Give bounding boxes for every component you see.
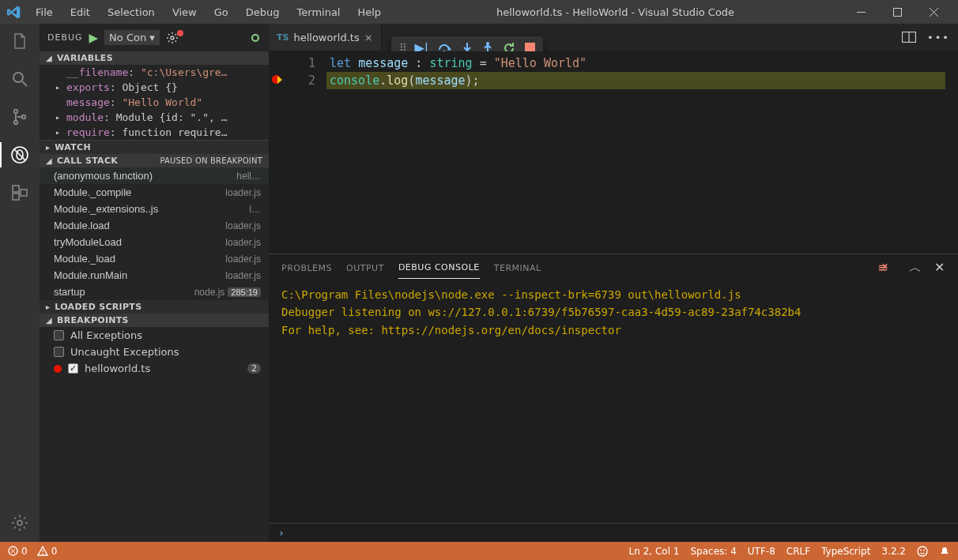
svg-point-8	[22, 115, 25, 118]
typescript-file-icon: TS	[277, 32, 289, 43]
variable-row[interactable]: ▸module: Module {id: ".", …	[40, 110, 269, 125]
stack-frame[interactable]: Module._loadloader.js	[40, 250, 269, 267]
stack-frame[interactable]: Module.runMainloader.js	[40, 267, 269, 284]
settings-gear-icon[interactable]	[9, 512, 31, 534]
status-language[interactable]: TypeScript	[821, 546, 870, 557]
menu-edit[interactable]: Edit	[63, 3, 97, 21]
breakpoint-current-icon[interactable]	[272, 75, 281, 84]
section-variables-header[interactable]: ◢ VARIABLES	[40, 51, 269, 65]
variable-row[interactable]: ▸exports: Object {}	[40, 80, 269, 95]
stack-frame[interactable]: Module.loadloader.js	[40, 217, 269, 234]
tab-problems[interactable]: PROBLEMS	[281, 263, 332, 279]
section-breakpoints-body: All Exceptions Uncaught Exceptions ✓hell…	[40, 327, 269, 377]
checkbox[interactable]	[54, 347, 64, 357]
variable-row[interactable]: ▸require: function require…	[40, 125, 269, 140]
code-editor[interactable]: 1 2 let message : string = "Hello World"…	[269, 51, 958, 254]
tab-output[interactable]: OUTPUT	[346, 263, 384, 279]
status-eol[interactable]: CRLF	[786, 546, 810, 557]
section-breakpoints-header[interactable]: ◢ BREAKPOINTS	[40, 314, 269, 327]
svg-point-30	[918, 547, 927, 556]
menu-selection[interactable]: Selection	[100, 3, 162, 21]
svg-point-32	[923, 549, 925, 551]
menu-file[interactable]: File	[28, 3, 60, 21]
panel: PROBLEMS OUTPUT DEBUG CONSOLE TERMINAL ≡…	[269, 254, 958, 542]
debug-console-input[interactable]: ›	[269, 523, 958, 542]
breakpoint-row[interactable]: ✓helloworld.ts2	[40, 360, 269, 377]
debug-sidebar: DEBUG ▶ No Con ▾ ◢ VARIABLES __filename:…	[40, 24, 269, 542]
stack-frame[interactable]: (anonymous function)hell…	[40, 167, 269, 184]
expand-icon[interactable]: ▸	[54, 83, 62, 92]
feedback-icon[interactable]	[917, 546, 928, 557]
notifications-icon[interactable]	[939, 546, 950, 557]
breakpoint-row[interactable]: Uncaught Exceptions	[40, 344, 269, 360]
menu-help[interactable]: Help	[350, 3, 388, 21]
stack-frame[interactable]: Module._compileloader.js	[40, 184, 269, 201]
variable-row[interactable]: __filename: "c:\Users\gre…	[40, 65, 269, 80]
svg-rect-13	[13, 194, 19, 200]
panel-close-icon[interactable]: ✕	[934, 260, 945, 276]
section-variables-label: VARIABLES	[57, 53, 113, 63]
stack-frame[interactable]: tryModuleLoadloader.js	[40, 234, 269, 250]
tab-label: helloworld.ts	[293, 32, 359, 43]
maximize-button[interactable]	[879, 0, 915, 24]
expand-icon[interactable]: ▸	[54, 128, 62, 137]
tab-helloworld[interactable]: TS helloworld.ts ×	[269, 24, 382, 51]
debug-config-select[interactable]: No Con ▾	[104, 30, 160, 45]
section-watch-header[interactable]: ▸ WATCH	[40, 140, 269, 154]
editor-group: TS helloworld.ts × ••• ⠿ ▶|	[269, 24, 958, 542]
clear-console-icon[interactable]: ≡✕	[877, 260, 896, 276]
debug-console-toggle-icon[interactable]	[251, 34, 259, 42]
status-indent[interactable]: Spaces: 4	[690, 546, 736, 557]
window-title: helloworld.ts - HelloWorld - Visual Stud…	[391, 6, 839, 18]
close-button[interactable]	[915, 0, 952, 24]
split-editor-icon[interactable]	[902, 32, 916, 43]
debug-console-output[interactable]: C:\Program Files\nodejs\node.exe --inspe…	[269, 281, 958, 523]
extensions-icon[interactable]	[9, 182, 31, 204]
section-callstack-header[interactable]: ◢ CALL STACK PAUSED ON BREAKPOINT	[40, 154, 269, 167]
minimap[interactable]	[945, 51, 958, 254]
more-actions-icon[interactable]: •••	[927, 32, 950, 43]
menu-terminal[interactable]: Terminal	[290, 3, 348, 21]
start-debug-button[interactable]: ▶	[89, 31, 99, 45]
tab-debug-console[interactable]: DEBUG CONSOLE	[398, 262, 480, 279]
config-error-dot-icon	[177, 30, 183, 36]
code-content[interactable]: let message : string = "Hello World" con…	[326, 51, 945, 254]
menu-view[interactable]: View	[165, 3, 204, 21]
svg-point-4	[13, 73, 23, 82]
activity-bar	[0, 24, 40, 542]
menu-debug[interactable]: Debug	[239, 3, 287, 21]
menu-go[interactable]: Go	[207, 3, 236, 21]
section-loaded-scripts-header[interactable]: ▸ LOADED SCRIPTS	[40, 300, 269, 314]
status-errors[interactable]: 0	[8, 546, 28, 557]
section-breakpoints-label: BREAKPOINTS	[57, 315, 129, 325]
status-warnings[interactable]: 0	[37, 546, 58, 557]
breakpoint-dot-icon	[54, 365, 62, 373]
status-line-col[interactable]: Ln 2, Col 1	[629, 546, 680, 557]
chevron-down-icon: ◢	[46, 316, 52, 325]
expand-icon[interactable]: ▸	[54, 113, 62, 122]
debug-icon[interactable]	[9, 144, 31, 166]
source-control-icon[interactable]	[9, 106, 31, 128]
close-tab-icon[interactable]: ×	[364, 32, 373, 43]
debug-settings-button[interactable]	[166, 32, 179, 44]
titlebar: File Edit Selection View Go Debug Termin…	[0, 0, 958, 24]
tab-terminal[interactable]: TERMINAL	[494, 263, 541, 279]
checkbox[interactable]: ✓	[68, 363, 78, 374]
svg-point-7	[14, 121, 17, 124]
explorer-icon[interactable]	[9, 30, 31, 52]
stack-frame[interactable]: startupnode.js285:19	[40, 284, 269, 300]
variable-row[interactable]: message: "Hello World"	[40, 95, 269, 110]
svg-line-10	[14, 149, 25, 160]
search-icon[interactable]	[9, 68, 31, 90]
workbench: DEBUG ▶ No Con ▾ ◢ VARIABLES __filename:…	[0, 24, 958, 542]
stack-frame[interactable]: Module._extensions..jsl…	[40, 201, 269, 217]
svg-point-31	[920, 549, 922, 551]
panel-collapse-icon[interactable]: ︿	[909, 260, 922, 276]
status-ts-version[interactable]: 3.2.2	[881, 546, 906, 557]
checkbox[interactable]	[54, 330, 64, 340]
glyph-margin[interactable]	[269, 51, 283, 254]
breakpoint-row[interactable]: All Exceptions	[40, 327, 269, 344]
status-encoding[interactable]: UTF-8	[748, 546, 775, 557]
minimize-button[interactable]	[843, 0, 879, 24]
editor-tabs: TS helloworld.ts × •••	[269, 24, 958, 51]
